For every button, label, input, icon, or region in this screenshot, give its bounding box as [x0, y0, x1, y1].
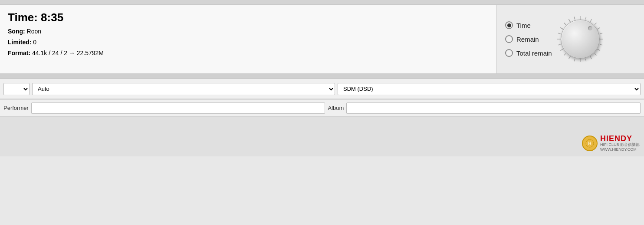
radio-label-total-remain: Total remain — [516, 50, 552, 57]
radio-circle-remain[interactable] — [505, 35, 513, 43]
hiendy-sub2: WWW.HIENDY.COM — [600, 147, 640, 152]
time-display: Time: 8:35 — [8, 11, 488, 24]
song-line: Song: Roon — [8, 26, 488, 37]
svg-line-17 — [574, 59, 575, 61]
svg-line-1 — [564, 23, 565, 25]
svg-line-24 — [560, 28, 563, 30]
hiendy-icon-svg: H — [585, 139, 594, 148]
performer-input[interactable] — [31, 103, 325, 114]
radio-time[interactable]: Time — [505, 21, 552, 29]
dropdown-small[interactable] — [3, 83, 30, 95]
hiendy-brand: HIENDY — [600, 135, 640, 142]
svg-line-14 — [590, 56, 591, 59]
song-label: Song: — [8, 28, 25, 35]
knob-indicator — [588, 26, 592, 30]
song-value: Roon — [27, 28, 41, 35]
time-value: 8:35 — [41, 11, 63, 24]
radio-circle-total-remain[interactable] — [505, 49, 513, 57]
limited-label: Limited: — [8, 39, 31, 46]
info-panel: Time: 8:35 Song: Roon Limited: 0 Format:… — [0, 5, 496, 73]
radio-group: Time Remain Total remain — [505, 21, 552, 57]
svg-line-25 — [564, 23, 565, 25]
bottom-area: H HIENDY HIFI CLUB 影音俱樂部 WWW.HIENDY.COM — [0, 117, 644, 156]
radio-remain[interactable]: Remain — [505, 35, 552, 43]
format-value: 44.1k / 24 / 2 → 22.5792M — [32, 50, 104, 56]
svg-line-9 — [600, 33, 602, 34]
hiendy-logo: H HIENDY HIFI CLUB 影音俱樂部 WWW.HIENDY.COM — [582, 135, 640, 152]
radio-label-remain: Remain — [516, 36, 539, 43]
svg-line-20 — [560, 49, 563, 51]
svg-line-27 — [574, 17, 575, 20]
svg-line-11 — [600, 44, 602, 45]
knob-dial[interactable] — [561, 20, 600, 59]
album-input[interactable] — [346, 103, 641, 114]
controls-row: Auto SDM (DSD) — [0, 79, 644, 99]
knob-container[interactable] — [561, 20, 600, 59]
radio-total-remain[interactable]: Total remain — [505, 49, 552, 57]
performer-row: Performer Album — [0, 99, 644, 117]
radio-circle-time[interactable] — [505, 21, 513, 29]
svg-line-0 — [560, 28, 563, 30]
time-label: Time: — [8, 11, 38, 24]
performer-label: Performer — [3, 105, 29, 111]
svg-line-3 — [574, 17, 575, 20]
controls-panel: Time Remain Total remain — [496, 5, 644, 73]
svg-line-12 — [597, 49, 600, 51]
svg-text:H: H — [588, 141, 591, 146]
svg-line-19 — [564, 53, 565, 55]
main-info-row: Time: 8:35 Song: Roon Limited: 0 Format:… — [0, 4, 644, 74]
svg-line-6 — [590, 19, 591, 22]
hiendy-sub1: HIFI CLUB 影音俱樂部 — [600, 142, 640, 147]
svg-line-15 — [585, 59, 586, 61]
format-line: Format: 44.1k / 24 / 2 → 22.5792M — [8, 48, 488, 59]
svg-line-8 — [597, 28, 600, 30]
svg-line-23 — [558, 33, 561, 34]
svg-line-13 — [595, 53, 596, 55]
top-bar — [0, 0, 644, 4]
dropdown-sdm[interactable]: SDM (DSD) — [338, 83, 641, 95]
dropdown-auto[interactable]: Auto — [32, 83, 335, 95]
radio-label-time: Time — [516, 22, 531, 29]
album-label: Album — [328, 105, 344, 111]
svg-line-18 — [568, 56, 570, 59]
hiendy-text-group: HIENDY HIFI CLUB 影音俱樂部 WWW.HIENDY.COM — [600, 135, 640, 152]
svg-line-21 — [558, 44, 561, 45]
limited-line: Limited: 0 — [8, 37, 488, 48]
svg-line-7 — [595, 23, 596, 25]
svg-line-5 — [585, 17, 586, 20]
hiendy-icon: H — [582, 136, 598, 151]
limited-value: 0 — [33, 39, 36, 46]
separator1 — [0, 74, 644, 79]
format-label: Format: — [8, 50, 30, 56]
